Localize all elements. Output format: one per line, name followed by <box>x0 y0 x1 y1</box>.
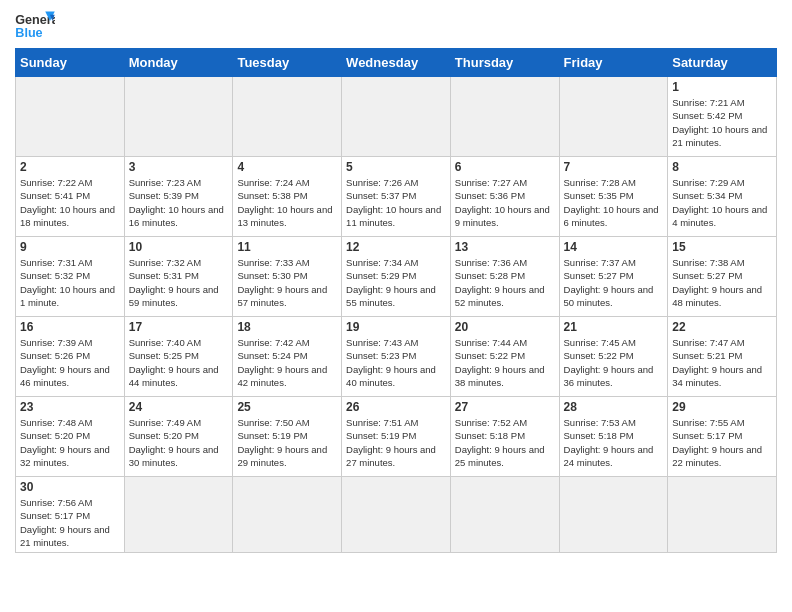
calendar-cell <box>668 477 777 553</box>
weekday-header-sunday: Sunday <box>16 49 125 77</box>
day-number: 16 <box>20 320 120 334</box>
calendar-week-4: 16Sunrise: 7:39 AM Sunset: 5:26 PM Dayli… <box>16 317 777 397</box>
calendar-cell: 12Sunrise: 7:34 AM Sunset: 5:29 PM Dayli… <box>342 237 451 317</box>
day-number: 8 <box>672 160 772 174</box>
calendar-cell: 15Sunrise: 7:38 AM Sunset: 5:27 PM Dayli… <box>668 237 777 317</box>
day-info: Sunrise: 7:39 AM Sunset: 5:26 PM Dayligh… <box>20 336 120 389</box>
calendar-cell: 14Sunrise: 7:37 AM Sunset: 5:27 PM Dayli… <box>559 237 668 317</box>
day-info: Sunrise: 7:48 AM Sunset: 5:20 PM Dayligh… <box>20 416 120 469</box>
page-container: General Blue SundayMondayTuesdayWednesda… <box>0 0 792 563</box>
calendar-cell: 25Sunrise: 7:50 AM Sunset: 5:19 PM Dayli… <box>233 397 342 477</box>
day-number: 12 <box>346 240 446 254</box>
calendar-cell <box>233 477 342 553</box>
calendar-week-3: 9Sunrise: 7:31 AM Sunset: 5:32 PM Daylig… <box>16 237 777 317</box>
day-info: Sunrise: 7:34 AM Sunset: 5:29 PM Dayligh… <box>346 256 446 309</box>
calendar-cell: 2Sunrise: 7:22 AM Sunset: 5:41 PM Daylig… <box>16 157 125 237</box>
day-number: 21 <box>564 320 664 334</box>
weekday-header-monday: Monday <box>124 49 233 77</box>
day-number: 25 <box>237 400 337 414</box>
day-info: Sunrise: 7:44 AM Sunset: 5:22 PM Dayligh… <box>455 336 555 389</box>
weekday-header-wednesday: Wednesday <box>342 49 451 77</box>
weekday-header-thursday: Thursday <box>450 49 559 77</box>
day-info: Sunrise: 7:33 AM Sunset: 5:30 PM Dayligh… <box>237 256 337 309</box>
weekday-header-row: SundayMondayTuesdayWednesdayThursdayFrid… <box>16 49 777 77</box>
day-number: 15 <box>672 240 772 254</box>
day-info: Sunrise: 7:47 AM Sunset: 5:21 PM Dayligh… <box>672 336 772 389</box>
day-info: Sunrise: 7:55 AM Sunset: 5:17 PM Dayligh… <box>672 416 772 469</box>
day-number: 3 <box>129 160 229 174</box>
logo-icon: General Blue <box>15 10 55 40</box>
calendar-cell: 5Sunrise: 7:26 AM Sunset: 5:37 PM Daylig… <box>342 157 451 237</box>
day-info: Sunrise: 7:28 AM Sunset: 5:35 PM Dayligh… <box>564 176 664 229</box>
calendar-cell: 17Sunrise: 7:40 AM Sunset: 5:25 PM Dayli… <box>124 317 233 397</box>
calendar-cell: 8Sunrise: 7:29 AM Sunset: 5:34 PM Daylig… <box>668 157 777 237</box>
calendar-cell <box>450 477 559 553</box>
day-number: 4 <box>237 160 337 174</box>
calendar-cell: 26Sunrise: 7:51 AM Sunset: 5:19 PM Dayli… <box>342 397 451 477</box>
day-info: Sunrise: 7:36 AM Sunset: 5:28 PM Dayligh… <box>455 256 555 309</box>
calendar-cell <box>342 477 451 553</box>
day-number: 2 <box>20 160 120 174</box>
calendar-cell: 29Sunrise: 7:55 AM Sunset: 5:17 PM Dayli… <box>668 397 777 477</box>
calendar-cell: 10Sunrise: 7:32 AM Sunset: 5:31 PM Dayli… <box>124 237 233 317</box>
day-number: 20 <box>455 320 555 334</box>
calendar-week-5: 23Sunrise: 7:48 AM Sunset: 5:20 PM Dayli… <box>16 397 777 477</box>
day-number: 1 <box>672 80 772 94</box>
calendar-cell <box>559 477 668 553</box>
calendar-cell: 21Sunrise: 7:45 AM Sunset: 5:22 PM Dayli… <box>559 317 668 397</box>
calendar-cell: 23Sunrise: 7:48 AM Sunset: 5:20 PM Dayli… <box>16 397 125 477</box>
calendar-cell: 9Sunrise: 7:31 AM Sunset: 5:32 PM Daylig… <box>16 237 125 317</box>
calendar-cell: 4Sunrise: 7:24 AM Sunset: 5:38 PM Daylig… <box>233 157 342 237</box>
calendar-cell <box>124 77 233 157</box>
day-number: 10 <box>129 240 229 254</box>
day-number: 7 <box>564 160 664 174</box>
calendar-cell: 22Sunrise: 7:47 AM Sunset: 5:21 PM Dayli… <box>668 317 777 397</box>
calendar-cell: 7Sunrise: 7:28 AM Sunset: 5:35 PM Daylig… <box>559 157 668 237</box>
day-info: Sunrise: 7:56 AM Sunset: 5:17 PM Dayligh… <box>20 496 120 549</box>
calendar-cell: 16Sunrise: 7:39 AM Sunset: 5:26 PM Dayli… <box>16 317 125 397</box>
day-info: Sunrise: 7:43 AM Sunset: 5:23 PM Dayligh… <box>346 336 446 389</box>
day-number: 9 <box>20 240 120 254</box>
day-number: 26 <box>346 400 446 414</box>
day-number: 29 <box>672 400 772 414</box>
day-info: Sunrise: 7:50 AM Sunset: 5:19 PM Dayligh… <box>237 416 337 469</box>
day-info: Sunrise: 7:32 AM Sunset: 5:31 PM Dayligh… <box>129 256 229 309</box>
day-number: 5 <box>346 160 446 174</box>
weekday-header-friday: Friday <box>559 49 668 77</box>
day-info: Sunrise: 7:40 AM Sunset: 5:25 PM Dayligh… <box>129 336 229 389</box>
day-info: Sunrise: 7:21 AM Sunset: 5:42 PM Dayligh… <box>672 96 772 149</box>
page-header: General Blue <box>15 10 777 40</box>
day-info: Sunrise: 7:42 AM Sunset: 5:24 PM Dayligh… <box>237 336 337 389</box>
calendar-cell <box>559 77 668 157</box>
calendar-cell: 11Sunrise: 7:33 AM Sunset: 5:30 PM Dayli… <box>233 237 342 317</box>
day-info: Sunrise: 7:31 AM Sunset: 5:32 PM Dayligh… <box>20 256 120 309</box>
calendar-table: SundayMondayTuesdayWednesdayThursdayFrid… <box>15 48 777 553</box>
calendar-week-6: 30Sunrise: 7:56 AM Sunset: 5:17 PM Dayli… <box>16 477 777 553</box>
day-info: Sunrise: 7:38 AM Sunset: 5:27 PM Dayligh… <box>672 256 772 309</box>
day-info: Sunrise: 7:52 AM Sunset: 5:18 PM Dayligh… <box>455 416 555 469</box>
logo: General Blue <box>15 10 55 40</box>
day-info: Sunrise: 7:37 AM Sunset: 5:27 PM Dayligh… <box>564 256 664 309</box>
day-number: 14 <box>564 240 664 254</box>
day-number: 11 <box>237 240 337 254</box>
calendar-cell <box>450 77 559 157</box>
day-info: Sunrise: 7:26 AM Sunset: 5:37 PM Dayligh… <box>346 176 446 229</box>
day-number: 6 <box>455 160 555 174</box>
svg-text:Blue: Blue <box>15 26 42 40</box>
calendar-cell <box>342 77 451 157</box>
day-info: Sunrise: 7:45 AM Sunset: 5:22 PM Dayligh… <box>564 336 664 389</box>
calendar-cell: 18Sunrise: 7:42 AM Sunset: 5:24 PM Dayli… <box>233 317 342 397</box>
day-info: Sunrise: 7:22 AM Sunset: 5:41 PM Dayligh… <box>20 176 120 229</box>
weekday-header-tuesday: Tuesday <box>233 49 342 77</box>
calendar-cell: 13Sunrise: 7:36 AM Sunset: 5:28 PM Dayli… <box>450 237 559 317</box>
calendar-cell: 3Sunrise: 7:23 AM Sunset: 5:39 PM Daylig… <box>124 157 233 237</box>
day-number: 30 <box>20 480 120 494</box>
day-number: 27 <box>455 400 555 414</box>
calendar-cell <box>233 77 342 157</box>
day-number: 19 <box>346 320 446 334</box>
calendar-cell: 6Sunrise: 7:27 AM Sunset: 5:36 PM Daylig… <box>450 157 559 237</box>
day-number: 13 <box>455 240 555 254</box>
day-info: Sunrise: 7:27 AM Sunset: 5:36 PM Dayligh… <box>455 176 555 229</box>
day-number: 23 <box>20 400 120 414</box>
day-number: 24 <box>129 400 229 414</box>
